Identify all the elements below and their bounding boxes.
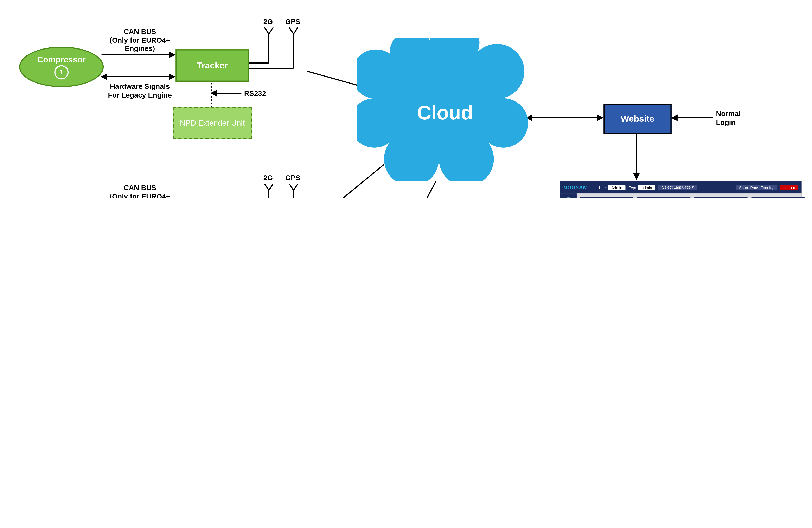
dash-side-item: ≡Machine Management xyxy=(560,194,577,198)
rs232-label: RS232 xyxy=(244,89,266,98)
dash-logout: Logout xyxy=(780,185,798,190)
antenna-gps-icon xyxy=(288,27,299,44)
dashboard-preview: DOOSAN UserAdmin Typeadmin Select Langua… xyxy=(560,181,802,198)
canbus-label: CAN BUS(Only for EURO4+Engines) xyxy=(107,27,173,53)
dash-card: BIAJ187004ModelPA187VWPowerOFFOut Of Bou… xyxy=(637,197,691,198)
svg-line-27 xyxy=(307,181,436,198)
canbus-label: CAN BUS(Only for EURO4+Engines) xyxy=(107,184,173,198)
antenna-gps-label: GPS xyxy=(285,174,300,182)
dash-card: 8888Model8888PowerOFFOut Of BoundsNo xyxy=(580,197,634,198)
antenna-2g-label: 2G xyxy=(263,17,273,26)
tracker-node: Tracker xyxy=(175,49,249,82)
compressor-node-1: Compressor1 xyxy=(19,47,104,87)
dash-logo: DOOSAN xyxy=(563,185,587,190)
website-node: Website xyxy=(604,104,672,134)
cloud-label: Cloud xyxy=(417,102,473,124)
dash-sidebar: ≡Machine Management🔍Monitoring📊Statistic… xyxy=(560,194,577,198)
dash-cards: 8888Model8888PowerOFFOut Of BoundsNoBIAJ… xyxy=(577,194,808,198)
antenna-gps-icon xyxy=(288,184,299,198)
extender-node: NPD Extender Unit xyxy=(173,107,252,139)
dash-topbar: DOOSAN UserAdmin Typeadmin Select Langua… xyxy=(560,181,801,194)
dash-card: TestModelTestPowerOFFOut Of BoundsNo xyxy=(751,197,804,198)
antenna-gps-label: GPS xyxy=(285,17,300,26)
dash-card: BIAJ188003ModelPA187NMPowerOFFOut Of Bou… xyxy=(694,197,748,198)
antenna-2g-icon xyxy=(263,27,274,44)
dash-enquiry: Spare Parts Enquiry xyxy=(736,185,777,190)
login-label: NormalLogin xyxy=(716,109,741,127)
dash-lang: Select Language ▾ xyxy=(658,185,697,190)
antenna-2g-icon xyxy=(263,184,274,198)
antenna-2g-label: 2G xyxy=(263,174,273,182)
hw-signals-label: Hardware SignalsFor Legacy Engine xyxy=(102,82,178,100)
